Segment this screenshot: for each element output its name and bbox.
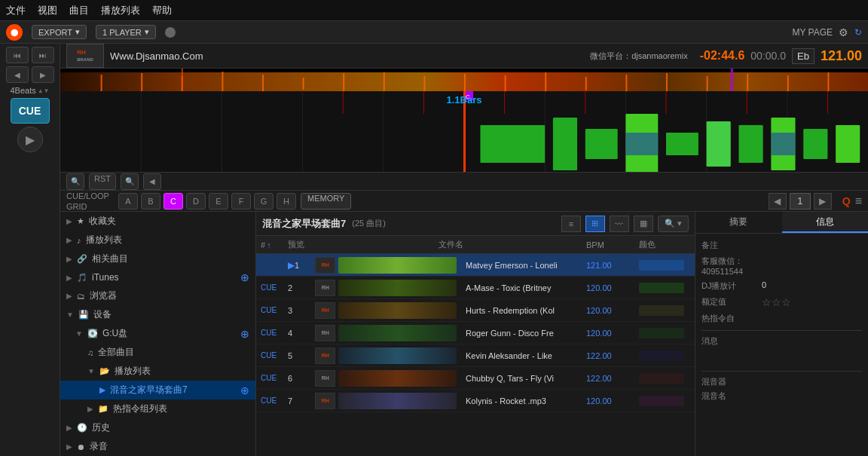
tab-info[interactable]: 信息 bbox=[782, 212, 869, 233]
dj-value: 0 bbox=[762, 280, 862, 292]
memory-button[interactable]: MEMORY bbox=[301, 193, 351, 210]
play-button[interactable]: ▶ bbox=[17, 127, 43, 152]
tab-summary[interactable]: 摘要 bbox=[695, 212, 782, 233]
search-button[interactable]: 🔍 ▾ bbox=[658, 216, 689, 232]
section-mixer: 混音器 bbox=[701, 371, 862, 387]
td-cue-4: CUE bbox=[256, 329, 283, 337]
table-row[interactable]: CUE 2 RH A-Mase - Toxic (Britney 120.00 bbox=[256, 277, 695, 299]
menu-playlist[interactable]: 播放列表 bbox=[101, 4, 140, 17]
nav-history[interactable]: ▶ 🕐 历史 bbox=[60, 418, 255, 437]
info-wechat-row: 客服微信：409511544 bbox=[701, 256, 862, 276]
cue-btn-h[interactable]: H bbox=[277, 193, 296, 210]
svg-rect-10 bbox=[423, 76, 425, 91]
nav-related[interactable]: ▶ 🔗 相关曲目 bbox=[60, 249, 255, 268]
grid-view-button[interactable]: ⊞ bbox=[585, 216, 605, 232]
table-row[interactable]: CUE 5 RH Kevin Aleksander - Like 122.00 bbox=[256, 344, 695, 367]
menu-track[interactable]: 曲目 bbox=[69, 4, 89, 17]
table-row[interactable]: CUE 7 RH Kolynis - Rocket .mp3 120.00 bbox=[256, 390, 695, 412]
nav-playlists-sub[interactable]: ▼ 📂 播放列表 bbox=[60, 362, 255, 381]
table-header: # ↑ 预览 文件名 BPM 颜色 bbox=[256, 236, 695, 254]
drive-add-icon[interactable]: ⊕ bbox=[240, 328, 249, 340]
nav-playlist[interactable]: ▶ ♪ 播放列表 bbox=[60, 231, 255, 249]
td-num-7: 7 bbox=[283, 396, 310, 406]
nav-devices[interactable]: ▼ 💾 设备 bbox=[60, 305, 255, 324]
search-icon-btn2[interactable]: 🔍 bbox=[121, 173, 139, 190]
menu-view[interactable]: 视图 bbox=[38, 4, 57, 17]
cue-prev-button[interactable]: ◀ bbox=[769, 193, 787, 210]
track-list-area: 混音之家早场套曲7 (25 曲目) ≡ ⊞ 〰 ▦ 🔍 ▾ # ↑ bbox=[256, 212, 695, 456]
beats-up-down[interactable]: ▲▼ bbox=[38, 87, 50, 94]
td-bpm-7: 120.00 bbox=[582, 396, 634, 406]
list-view-button[interactable]: ≡ bbox=[561, 216, 581, 232]
search-icon-btn[interactable]: 🔍 bbox=[66, 173, 84, 190]
icon-view-button[interactable]: ▦ bbox=[634, 216, 653, 232]
itunes-add-icon[interactable]: ⊕ bbox=[240, 271, 249, 283]
cue-nav-area: ◀ 1 ▶ bbox=[769, 193, 832, 210]
td-preview-5: RH bbox=[310, 347, 461, 364]
menu-file[interactable]: 文件 bbox=[6, 4, 26, 17]
forward-button[interactable]: ▶ bbox=[32, 66, 54, 83]
playlist-add-icon[interactable]: ⊕ bbox=[240, 384, 249, 396]
svg-rect-52 bbox=[585, 129, 618, 159]
table-row[interactable]: ▶ 1 RH Matvey Emerson - Loneli 121.00 bbox=[256, 254, 695, 277]
svg-rect-19 bbox=[787, 75, 789, 91]
waveform-detail[interactable]: 1.1Bars bbox=[60, 91, 868, 171]
table-row[interactable]: CUE 3 RH Hurts - Redemption (Kol 120.00 bbox=[256, 299, 695, 322]
cue-btn-c[interactable]: C bbox=[164, 193, 183, 210]
td-color-2 bbox=[634, 283, 695, 293]
menu-icon-button[interactable]: ≡ bbox=[855, 194, 862, 208]
nav-hotcue-list[interactable]: ▶ 📁 热指令组列表 bbox=[60, 399, 255, 418]
refresh-icon[interactable]: ↻ bbox=[854, 27, 862, 38]
svg-rect-58 bbox=[803, 129, 827, 159]
cue-btn-f[interactable]: F bbox=[231, 193, 251, 210]
rst-button[interactable]: RST bbox=[89, 173, 116, 190]
list-tools: ≡ ⊞ 〰 ▦ 🔍 ▾ bbox=[561, 216, 689, 232]
nav-playlist-item-selected[interactable]: ▶ 混音之家早场套曲7 ⊕ bbox=[60, 381, 255, 399]
td-preview-6: RH bbox=[310, 370, 461, 387]
nav-usb-drive[interactable]: ▼ 💽 G:U盘 ⊕ bbox=[60, 324, 255, 343]
nav-browser[interactable]: ▶ 🗂 浏览器 bbox=[60, 286, 255, 305]
export-button[interactable]: EXPORT ▾ bbox=[32, 25, 87, 39]
settings-icon[interactable]: ⚙ bbox=[839, 26, 848, 38]
td-color-1 bbox=[634, 260, 695, 271]
cue-btn-d[interactable]: D bbox=[186, 193, 206, 210]
second-bar-right: MY PAGE ⚙ ↻ bbox=[792, 26, 862, 38]
time-display: -02:44.6 00:00.0 Eb 121.00 bbox=[700, 48, 862, 64]
next-button[interactable]: ⏭ bbox=[32, 47, 54, 63]
key-display: Eb bbox=[792, 48, 815, 64]
rewind-button[interactable]: ◀ bbox=[6, 66, 29, 83]
my-page-label[interactable]: MY PAGE bbox=[792, 27, 833, 38]
table-row[interactable]: CUE 6 RH Chubby Q, Tars - Fly (Vi 122.00 bbox=[256, 367, 695, 390]
center-area: RHBRAND Www.Djsanmao.Com 微信平台：djsanmaore… bbox=[60, 44, 868, 456]
section-message: 消息 bbox=[701, 330, 862, 347]
td-bpm-4: 120.00 bbox=[582, 329, 634, 338]
td-preview-7: RH bbox=[310, 393, 461, 409]
nav-recordings[interactable]: ▶ ⏺ 录音 bbox=[60, 437, 255, 456]
cue-btn-g[interactable]: G bbox=[254, 193, 274, 210]
player-button[interactable]: 1 PLAYER ▾ bbox=[96, 25, 156, 39]
track-logo-7: RH bbox=[315, 393, 335, 409]
td-color-7 bbox=[634, 396, 695, 406]
back-icon-btn[interactable]: ◀ bbox=[143, 173, 161, 190]
waveform-overview[interactable] bbox=[60, 69, 868, 91]
svg-rect-15 bbox=[625, 75, 627, 91]
table-row[interactable]: CUE 4 RH Roger Gunn - Disco Fre 120.00 bbox=[256, 322, 695, 344]
cue-button[interactable]: CUE bbox=[11, 98, 50, 124]
menu-help[interactable]: 帮助 bbox=[152, 4, 172, 17]
nav-itunes[interactable]: ▶ 🎵 iTunes ⊕ bbox=[60, 268, 255, 286]
nav-favorites[interactable]: ▶ ★ 收藏夹 bbox=[60, 212, 255, 231]
nav-all-tracks[interactable]: ♫ 全部曲目 bbox=[60, 343, 255, 362]
waveform-view-button[interactable]: 〰 bbox=[610, 216, 629, 232]
cue-next-button[interactable]: ▶ bbox=[814, 193, 832, 210]
rating-stars[interactable]: ☆☆☆ bbox=[762, 296, 791, 308]
td-color-3 bbox=[634, 305, 695, 316]
cue-btn-a[interactable]: A bbox=[118, 193, 138, 210]
cue-btn-b[interactable]: B bbox=[141, 193, 160, 210]
prev-button[interactable]: ⏮ bbox=[6, 47, 29, 63]
track-list-header: 混音之家早场套曲7 (25 曲目) ≡ ⊞ 〰 ▦ 🔍 ▾ bbox=[256, 212, 695, 236]
svg-rect-55 bbox=[707, 121, 731, 167]
cue-btn-e[interactable]: E bbox=[209, 193, 228, 210]
td-filename-7: Kolynis - Rocket .mp3 bbox=[461, 396, 582, 406]
q-button[interactable]: Q bbox=[842, 195, 851, 207]
main-layout: ⏮ ⏭ ◀ ▶ 4Beats ▲▼ CUE ▶ RHBRAND Www.Djsa… bbox=[0, 44, 868, 456]
